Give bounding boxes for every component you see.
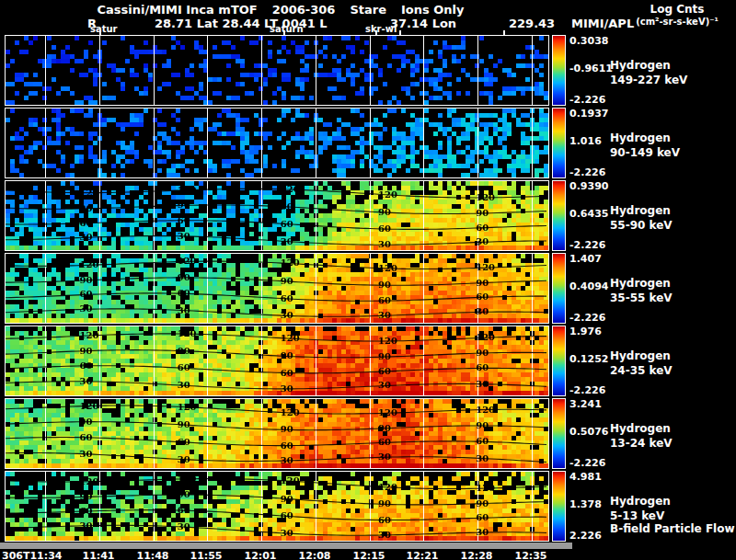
spectrogram-panel-90-149keV: [5, 108, 549, 178]
colorbar-units-label: Log Cnts (cm²-sr-s-keV)⁻¹: [624, 4, 730, 28]
event-marker-satur: satur: [90, 24, 118, 34]
plot-title: Cassini/MIMI Inca mTOF 2006-306 Stare Io…: [51, 3, 511, 17]
channel-energy-label: 35-55 keV: [610, 291, 673, 304]
colorbar-mid-label: 0.5076: [569, 426, 614, 438]
colorbar-min-label: -2.226: [569, 312, 614, 324]
channel-species-label: Hydrogen: [610, 422, 671, 435]
units-label: (cm²-sr-s-keV)⁻¹: [624, 16, 730, 28]
spectrogram-panel-55-90keV: [5, 180, 549, 251]
time-tick-label: 11:48: [136, 550, 168, 560]
title-instrument: Cassini/MIMI Inca mTOF: [97, 3, 257, 17]
spectrogram-display: Cassini/MIMI Inca mTOF 2006-306 Stare Io…: [0, 0, 736, 560]
colorbar: [552, 108, 566, 178]
colorbar-mid-label: 1.378: [569, 498, 614, 510]
bfield-particle-flow-label: B-field Particle Flow: [610, 522, 734, 535]
time-tick-label: 12:21: [406, 550, 438, 560]
colorbar-max-label: 1.407: [569, 253, 614, 265]
time-tick-label: 12:01: [244, 550, 276, 560]
colorbar: [552, 471, 566, 542]
title-mode: Stare: [350, 3, 386, 17]
colorbar-max-label: 0.3038: [569, 35, 614, 47]
colorbar-min-label: -2.226: [569, 166, 614, 178]
colorbar: [552, 326, 566, 396]
colorbar: [552, 398, 566, 469]
channel-energy-label: 149-227 keV: [610, 74, 687, 86]
time-tick-label: 11:55: [190, 550, 222, 560]
colorbar-min-label: -2.226: [569, 239, 614, 251]
colorbar-min-label: -2.226: [569, 94, 614, 106]
time-tick-label: 306T11:34: [2, 550, 62, 560]
spectrogram-panel-5-13keV: [5, 471, 549, 542]
channel-species-label: Hydrogen: [610, 495, 671, 508]
channel-species-label: Hydrogen: [610, 204, 671, 217]
spectrogram-panel-149-227keV: [5, 35, 549, 106]
channel-species-label: Hydrogen: [610, 277, 671, 290]
colorbar-max-label: 3.241: [569, 398, 614, 410]
channel-species-label: Hydrogen: [610, 349, 671, 362]
event-marker-saturn: saturn: [270, 24, 304, 34]
time-axis-bar: [0, 543, 572, 549]
spectrogram-panel-13-24keV: [5, 398, 549, 469]
colorbar-max-label: 4.981: [569, 471, 614, 483]
time-tick-label: 11:41: [82, 550, 114, 560]
ephemeris-lon-value: 229.43: [509, 17, 555, 30]
mimi-apl-label: MIMI/APL: [571, 17, 634, 30]
channel-energy-label: 24-35 keV: [610, 364, 673, 377]
colorbar-max-label: 1.976: [569, 326, 614, 337]
spectrogram-panel-24-35keV: [5, 326, 549, 396]
channel-species-label: Hydrogen: [610, 131, 671, 144]
time-tick-label: 12:08: [298, 550, 330, 560]
channel-energy-label: 13-24 keV: [610, 437, 673, 450]
spectrogram-panel-35-55keV: [5, 253, 549, 324]
colorbar-mid-label: -0.9611: [569, 63, 614, 74]
colorbar-mid-label: 0.6435: [569, 208, 614, 220]
channel-energy-label: 5-13 keV: [610, 509, 664, 522]
colorbar-min-label: -2.226: [569, 384, 614, 396]
time-tick-label: 12:28: [460, 550, 492, 560]
colorbar-min-label: 2.226: [569, 530, 614, 542]
event-marker-skr-wl: skr-wl: [365, 24, 397, 34]
colorbar: [552, 180, 566, 251]
title-species-filter: Ions Only: [401, 3, 465, 17]
time-tick-label: 12:35: [514, 550, 546, 560]
log-cnts-label: Log Cnts: [624, 4, 730, 16]
channel-species-label: Hydrogen: [610, 59, 671, 72]
colorbar: [552, 253, 566, 324]
ephemeris-lon: 37.14 Lon: [390, 17, 456, 30]
channel-energy-label: 55-90 keV: [610, 219, 673, 232]
channel-energy-label: 90-149 keV: [610, 146, 680, 159]
colorbar-max-label: 0.9390: [569, 180, 614, 192]
colorbar-min-label: -2.226: [569, 457, 614, 469]
colorbar-mid-label: 0.4094: [569, 280, 614, 292]
colorbar: [552, 35, 566, 106]
colorbar-mid-label: 1.016: [569, 135, 614, 147]
time-tick-label: 12:15: [352, 550, 385, 560]
colorbar-max-label: 0.1937: [569, 108, 614, 120]
title-date: 2006-306: [272, 3, 336, 17]
colorbar-mid-label: 0.1252: [569, 353, 614, 365]
